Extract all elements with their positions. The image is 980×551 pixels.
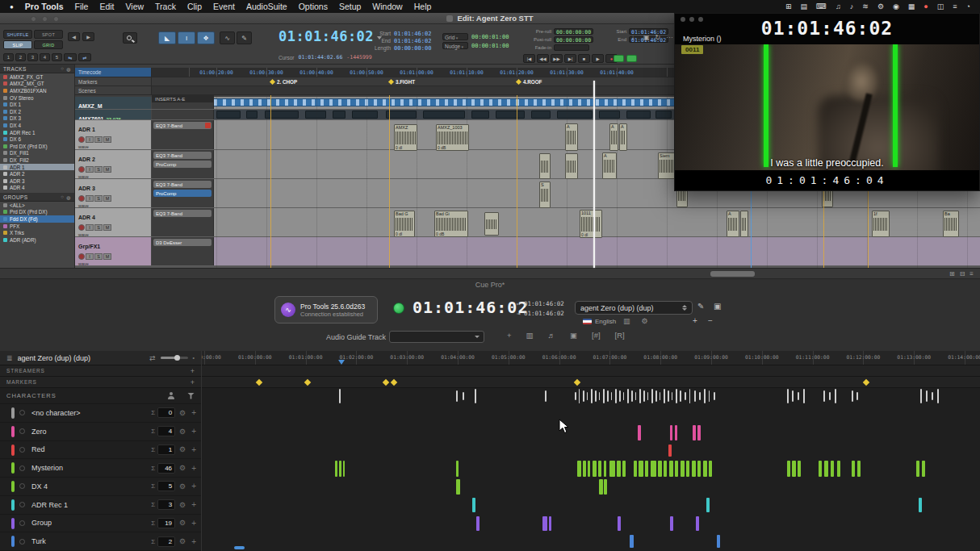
cue-marker-diamond[interactable] xyxy=(304,379,311,386)
mysterion-cue[interactable] xyxy=(792,461,796,477)
mysterion-cue[interactable] xyxy=(343,461,345,477)
audio-clip-a[interactable]: A xyxy=(565,123,578,151)
unassigned-cue[interactable] xyxy=(627,389,629,403)
add-streamer-icon[interactable]: + xyxy=(191,367,195,375)
toolbar-icon[interactable]: ♩ xyxy=(631,34,638,41)
mute-button[interactable]: M xyxy=(103,195,111,202)
character-cue-count[interactable]: 0 xyxy=(157,407,175,418)
unassigned-cue[interactable] xyxy=(655,390,657,402)
groups-panel-icons[interactable]: ○◍ xyxy=(61,194,71,200)
mute-toggle[interactable] xyxy=(19,465,25,471)
unassigned-cue[interactable] xyxy=(599,392,600,400)
mysterion-cue[interactable] xyxy=(819,461,822,477)
character-settings-icon[interactable]: ⚙ xyxy=(179,445,186,453)
tracks-panel-icons[interactable]: ○◍ xyxy=(61,66,71,72)
menu-view[interactable]: View xyxy=(126,2,144,11)
record-enable-button[interactable] xyxy=(78,195,85,202)
toolbar-icon[interactable]: ↻ xyxy=(655,34,661,41)
unassigned-cue[interactable] xyxy=(647,392,648,400)
scrubber-tool[interactable]: ∿ xyxy=(220,31,235,44)
grabber-tool[interactable]: ❖ xyxy=(197,31,215,44)
sync-led[interactable] xyxy=(626,55,637,62)
mysterion-cue[interactable] xyxy=(609,461,615,477)
character-row-group[interactable]: GroupΣ19⚙+ xyxy=(0,515,201,533)
zero-cue[interactable] xyxy=(697,425,701,440)
group-cue[interactable] xyxy=(618,516,621,531)
track-list-item-dx-4[interactable]: DX 4 xyxy=(0,122,74,129)
adr-rec-1-cue[interactable] xyxy=(919,498,922,512)
settings-icon[interactable]: ⚙ xyxy=(877,2,884,10)
menu-clip[interactable]: Clip xyxy=(187,2,202,11)
lock-icon[interactable]: ▣ xyxy=(570,331,577,340)
track-header[interactable]: ADR 1ISMwave xyxy=(75,120,152,149)
mute-toggle[interactable] xyxy=(19,539,25,545)
character-add-icon[interactable]: + xyxy=(191,445,196,454)
menu-setup[interactable]: Setup xyxy=(339,2,361,11)
mysterion-cue[interactable] xyxy=(675,461,678,477)
unassigned-cue[interactable] xyxy=(615,389,617,403)
edit-horizontal-scrollbar[interactable]: ⊞⊟≡ xyxy=(0,268,980,278)
insert-d3-deesser[interactable]: D3 DeEsser xyxy=(153,239,211,246)
track-list-item-ov-stereo[interactable]: OV Stereo xyxy=(0,94,74,102)
unassigned-cue[interactable] xyxy=(607,390,609,402)
track-selector-dropdown[interactable]: agent Zero (dup) (dup) xyxy=(575,301,693,315)
track-view-selector[interactable]: wave xyxy=(75,232,151,236)
character-row-zero[interactable]: ZeroΣ4⚙+ xyxy=(0,423,201,441)
track-list-item-adr-3[interactable]: ADR 3 xyxy=(0,177,74,185)
insert-eq3-7-band[interactable]: EQ3 7-Band xyxy=(153,181,211,188)
unassigned-cue[interactable] xyxy=(932,392,933,400)
audio-clip-a[interactable]: A xyxy=(602,152,617,179)
solo-button[interactable]: S xyxy=(94,253,103,260)
cuepro-track-header[interactable]: ≣ agent Zero (dup) (dup) ⇄ • xyxy=(0,351,201,365)
video-window[interactable]: 01:01:46:02 Mysterion () 0011 I was a li… xyxy=(674,13,980,191)
toolbar-icon[interactable]: ▣ xyxy=(643,34,650,41)
clock-icon[interactable]: ◔ xyxy=(966,2,970,10)
dx4-cue[interactable] xyxy=(599,479,603,495)
language-selector[interactable]: English xyxy=(583,318,616,325)
insert-procomp[interactable]: ProComp xyxy=(153,161,211,168)
character-row-adr-rec-1[interactable]: ADR Rec 1Σ3⚙+ xyxy=(0,496,201,515)
character-row-dx-4[interactable]: DX 4Σ5⚙+ xyxy=(0,478,201,496)
unassigned-cue[interactable] xyxy=(704,389,706,403)
unassigned-cue[interactable] xyxy=(587,392,588,400)
audio-clip-a[interactable]: A xyxy=(727,211,739,237)
cue-marker-diamond[interactable] xyxy=(256,379,262,386)
character-add-icon[interactable]: + xyxy=(191,482,196,490)
film-clip[interactable] xyxy=(305,111,326,119)
mysterion-cue[interactable] xyxy=(339,461,341,477)
unassigned-cue[interactable] xyxy=(714,392,715,400)
unassigned-cue[interactable] xyxy=(643,390,645,402)
mysterion-cue[interactable] xyxy=(634,461,637,477)
track-view-selector[interactable]: wave xyxy=(75,261,151,265)
timeline-marker-2-chop[interactable]: 2. CHOP xyxy=(270,79,297,85)
unassigned-cue[interactable] xyxy=(856,392,858,400)
audio-clip[interactable] xyxy=(484,212,499,236)
mysterion-cue[interactable] xyxy=(916,461,919,477)
cue-timeline-ruler[interactable]: 00:59:00:0001:00:00:0001:01:00:0001:02:0… xyxy=(202,351,980,365)
cue-marker-diamond[interactable] xyxy=(391,379,397,386)
mysterion-cue[interactable] xyxy=(639,461,643,477)
cue-option-icon[interactable]: ⚙ xyxy=(642,317,648,325)
solo-button[interactable]: S xyxy=(94,224,103,231)
track-list-item-adr-1[interactable]: ADR 1 xyxy=(0,164,74,171)
cue-option-icon[interactable]: ▥ xyxy=(623,317,630,325)
tiles-icon[interactable]: ⊞ xyxy=(785,2,792,10)
insert-procomp[interactable]: ProComp xyxy=(153,190,211,197)
record-audio-icon[interactable]: ♬ xyxy=(548,331,556,340)
mysterion-cue[interactable] xyxy=(837,461,840,477)
online-led[interactable] xyxy=(614,55,624,62)
unassigned-cue[interactable] xyxy=(579,389,580,403)
go-to-start-button[interactable]: |◀ xyxy=(523,54,535,63)
app-menu[interactable]: Pro Tools xyxy=(25,2,64,11)
remove-button[interactable]: − xyxy=(708,316,713,325)
menu-edit[interactable]: Edit xyxy=(99,2,114,11)
audio-icon[interactable]: ♪ xyxy=(850,2,854,10)
audio-clip-1011[interactable]: 10110 dl xyxy=(580,210,602,238)
unassigned-cue[interactable] xyxy=(575,392,576,400)
insert-eq3-7-band[interactable]: EQ3 7-Band xyxy=(153,152,211,159)
film-clip[interactable] xyxy=(599,111,620,119)
stop-button[interactable]: ■ xyxy=(578,54,590,63)
track-list-item-dx-1[interactable]: DX 1 xyxy=(0,101,74,108)
add-character-icon[interactable] xyxy=(167,392,176,400)
character-add-icon[interactable]: + xyxy=(191,464,196,473)
